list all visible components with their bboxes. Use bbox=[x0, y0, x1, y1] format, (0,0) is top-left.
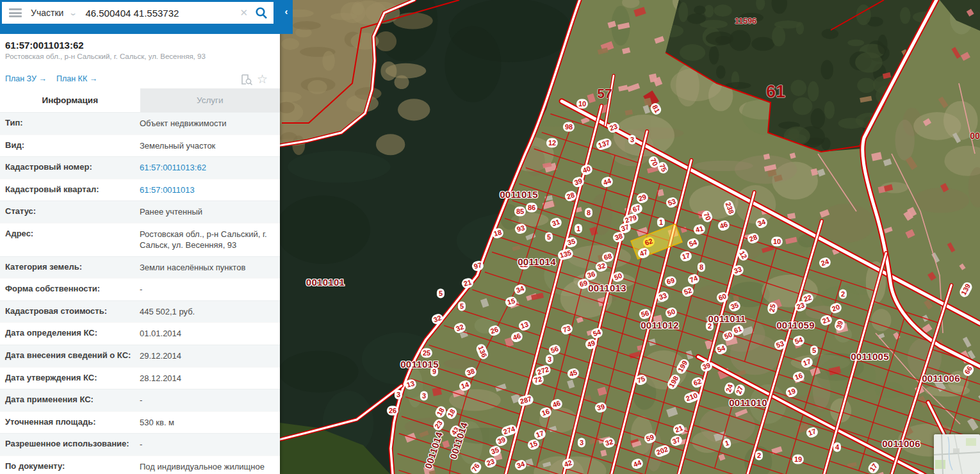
info-row: Уточненная площадь:530 кв. м bbox=[0, 411, 280, 434]
info-row-label: Категория земель: bbox=[0, 257, 135, 279]
info-row-value: Ростовская обл., р-н Сальский, г. Сальск… bbox=[135, 224, 280, 256]
object-address-subtitle: Ростовская обл., р-н Сальский, г. Сальск… bbox=[5, 53, 280, 60]
info-row: Кадастровый квартал:61:57:0011013 bbox=[0, 179, 280, 201]
info-table: Тип:Объект недвижимостиВид:Земельный уча… bbox=[0, 112, 280, 474]
info-row-value: Земельный участок bbox=[135, 135, 280, 157]
info-row-value: 530 кв. м bbox=[135, 412, 280, 434]
info-row-value: 28.12.2014 bbox=[135, 368, 280, 389]
info-row: Адрес:Ростовская обл., р-н Сальский, г. … bbox=[0, 223, 280, 256]
search-magnifier-icon[interactable] bbox=[254, 6, 268, 20]
info-row-value: 01.01.2014 bbox=[135, 323, 280, 345]
star-icon[interactable]: ☆ bbox=[257, 72, 268, 86]
search-category-selector[interactable]: Участки bbox=[31, 8, 63, 18]
info-row-label: Вид: bbox=[0, 135, 135, 157]
info-row: Категория земель:Земли населённых пункто… bbox=[0, 256, 280, 279]
info-row-value: Под индивидуальное жилищное строительств… bbox=[135, 456, 280, 474]
info-row: Разрешенное использование:- bbox=[0, 433, 280, 455]
info-row-value: 29.12.2014 bbox=[135, 345, 280, 367]
info-row-value: Ранее учтенный bbox=[135, 201, 280, 223]
info-row-value: Объект недвижимости bbox=[135, 113, 280, 135]
search-header: Участки ⌄ ✕ bbox=[0, 0, 293, 34]
object-header: 61:57:0011013:62 Ростовская обл., р-н Са… bbox=[0, 34, 280, 60]
map-canvas[interactable]: 1098122313738170758685931840394428831153… bbox=[280, 0, 980, 474]
tab-services[interactable]: Услуги bbox=[140, 88, 281, 112]
info-row: По документу:Под индивидуальное жилищное… bbox=[0, 455, 280, 474]
info-row: Дата применения КС:- bbox=[0, 389, 280, 411]
info-row-label: Тип: bbox=[0, 113, 135, 135]
info-row: Дата определения КС:01.01.2014 bbox=[0, 322, 280, 345]
plan-links-row: План ЗУ → План КК → ☆ bbox=[0, 72, 280, 88]
info-row: Тип:Объект недвижимости bbox=[0, 112, 280, 135]
info-row-value: Земли населённых пунктов bbox=[135, 257, 280, 279]
info-row-label: Кадастровый номер: bbox=[0, 157, 135, 179]
collapse-panel-icon[interactable]: ‹ bbox=[280, 0, 293, 34]
info-row-value: - bbox=[135, 279, 280, 300]
info-row-label: Дата утверждения КС: bbox=[0, 368, 135, 389]
plan-kk-link[interactable]: План КК → bbox=[56, 74, 97, 83]
info-row-label: Адрес: bbox=[0, 224, 135, 256]
info-panel: 61:57:0011013:62 Ростовская обл., р-н Са… bbox=[0, 0, 280, 474]
info-row-label: Дата определения КС: bbox=[0, 323, 135, 345]
search-box: Участки ⌄ ✕ bbox=[2, 2, 274, 24]
document-search-icon[interactable] bbox=[240, 73, 253, 88]
info-row-value-link[interactable]: 61:57:0011013 bbox=[135, 179, 280, 201]
info-row-label: Дата применения КС: bbox=[0, 389, 135, 411]
info-row: Дата утверждения КС:28.12.2014 bbox=[0, 367, 280, 389]
info-row-label: Кадастровый квартал: bbox=[0, 179, 135, 201]
info-row-label: Кадастровая стоимость: bbox=[0, 301, 135, 323]
cadastral-map-app: 1098122313738170758685931840394428831153… bbox=[0, 0, 980, 474]
info-row-label: Форма собственности: bbox=[0, 279, 135, 300]
info-row-label: Статус: bbox=[0, 201, 135, 223]
info-row: Форма собственности:- bbox=[0, 278, 280, 300]
info-row: Статус:Ранее учтенный bbox=[0, 200, 280, 223]
info-row: Вид:Земельный участок bbox=[0, 135, 280, 157]
info-row-label: Уточненная площадь: bbox=[0, 412, 135, 434]
tab-bar: Информация Услуги bbox=[0, 88, 280, 112]
info-row: Дата внесения сведений о КС:29.12.2014 bbox=[0, 345, 280, 367]
tab-information[interactable]: Информация bbox=[0, 88, 140, 112]
chevron-down-icon[interactable]: ⌄ bbox=[69, 8, 78, 17]
plan-zu-link[interactable]: План ЗУ → bbox=[5, 74, 47, 83]
hamburger-menu-icon[interactable] bbox=[9, 8, 22, 17]
info-row-value-link[interactable]: 61:57:0011013:62 bbox=[135, 157, 280, 179]
map-base bbox=[280, 0, 980, 474]
search-input[interactable] bbox=[84, 7, 240, 19]
info-row-label: Разрешенное использование: bbox=[0, 434, 135, 455]
info-row-value: 445 502,1 руб. bbox=[135, 301, 280, 323]
info-row-value: - bbox=[135, 389, 280, 411]
info-row: Кадастровая стоимость:445 502,1 руб. bbox=[0, 300, 280, 323]
info-row: Кадастровый номер:61:57:0011013:62 bbox=[0, 156, 280, 179]
object-title: 61:57:0011013:62 bbox=[5, 40, 280, 51]
info-row-label: Дата внесения сведений о КС: bbox=[0, 345, 135, 367]
info-row-value: - bbox=[135, 434, 280, 455]
clear-x-icon[interactable]: ✕ bbox=[240, 7, 248, 19]
info-row-label: По документу: bbox=[0, 456, 135, 474]
overview-minimap[interactable] bbox=[934, 434, 980, 474]
